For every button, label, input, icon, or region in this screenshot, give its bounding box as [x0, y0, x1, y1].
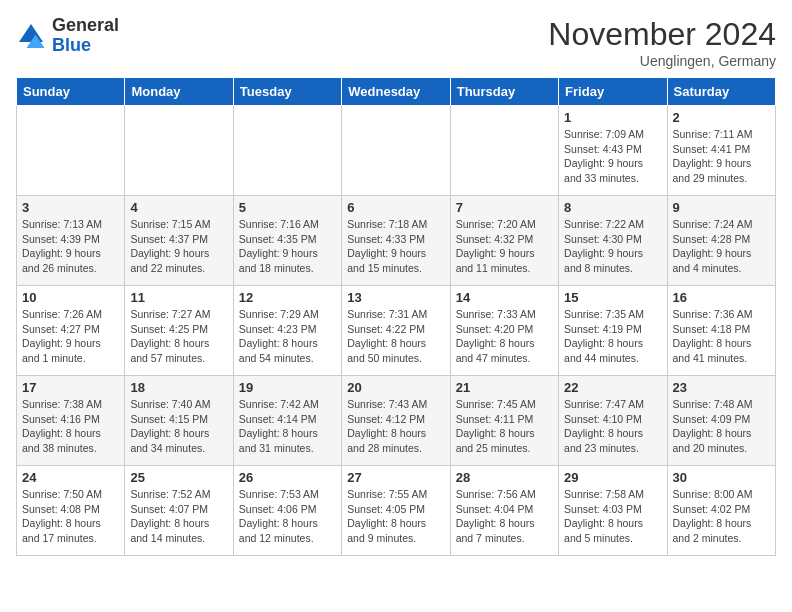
day-info: Sunrise: 8:00 AM Sunset: 4:02 PM Dayligh… [673, 487, 770, 546]
calendar-cell: 24Sunrise: 7:50 AM Sunset: 4:08 PM Dayli… [17, 466, 125, 556]
calendar-cell: 6Sunrise: 7:18 AM Sunset: 4:33 PM Daylig… [342, 196, 450, 286]
day-number: 26 [239, 470, 336, 485]
day-info: Sunrise: 7:55 AM Sunset: 4:05 PM Dayligh… [347, 487, 444, 546]
column-header-monday: Monday [125, 78, 233, 106]
calendar-cell: 1Sunrise: 7:09 AM Sunset: 4:43 PM Daylig… [559, 106, 667, 196]
calendar-cell [342, 106, 450, 196]
day-info: Sunrise: 7:38 AM Sunset: 4:16 PM Dayligh… [22, 397, 119, 456]
day-number: 10 [22, 290, 119, 305]
calendar-cell: 15Sunrise: 7:35 AM Sunset: 4:19 PM Dayli… [559, 286, 667, 376]
day-number: 12 [239, 290, 336, 305]
svg-marker-0 [19, 24, 43, 42]
week-row-5: 24Sunrise: 7:50 AM Sunset: 4:08 PM Dayli… [17, 466, 776, 556]
page-header: General Blue November 2024 Uenglingen, G… [16, 16, 776, 69]
calendar-cell: 12Sunrise: 7:29 AM Sunset: 4:23 PM Dayli… [233, 286, 341, 376]
day-number: 21 [456, 380, 553, 395]
day-info: Sunrise: 7:35 AM Sunset: 4:19 PM Dayligh… [564, 307, 661, 366]
day-number: 7 [456, 200, 553, 215]
calendar-cell: 13Sunrise: 7:31 AM Sunset: 4:22 PM Dayli… [342, 286, 450, 376]
column-header-saturday: Saturday [667, 78, 775, 106]
day-number: 19 [239, 380, 336, 395]
day-number: 20 [347, 380, 444, 395]
day-number: 3 [22, 200, 119, 215]
day-info: Sunrise: 7:53 AM Sunset: 4:06 PM Dayligh… [239, 487, 336, 546]
day-number: 5 [239, 200, 336, 215]
calendar-cell: 19Sunrise: 7:42 AM Sunset: 4:14 PM Dayli… [233, 376, 341, 466]
calendar-cell: 16Sunrise: 7:36 AM Sunset: 4:18 PM Dayli… [667, 286, 775, 376]
day-number: 27 [347, 470, 444, 485]
day-number: 1 [564, 110, 661, 125]
calendar-cell: 30Sunrise: 8:00 AM Sunset: 4:02 PM Dayli… [667, 466, 775, 556]
calendar-cell: 28Sunrise: 7:56 AM Sunset: 4:04 PM Dayli… [450, 466, 558, 556]
day-info: Sunrise: 7:47 AM Sunset: 4:10 PM Dayligh… [564, 397, 661, 456]
day-number: 16 [673, 290, 770, 305]
day-number: 13 [347, 290, 444, 305]
calendar-cell: 26Sunrise: 7:53 AM Sunset: 4:06 PM Dayli… [233, 466, 341, 556]
day-info: Sunrise: 7:24 AM Sunset: 4:28 PM Dayligh… [673, 217, 770, 276]
day-info: Sunrise: 7:15 AM Sunset: 4:37 PM Dayligh… [130, 217, 227, 276]
day-number: 25 [130, 470, 227, 485]
calendar-cell: 27Sunrise: 7:55 AM Sunset: 4:05 PM Dayli… [342, 466, 450, 556]
week-row-1: 1Sunrise: 7:09 AM Sunset: 4:43 PM Daylig… [17, 106, 776, 196]
calendar-cell [233, 106, 341, 196]
column-header-sunday: Sunday [17, 78, 125, 106]
day-info: Sunrise: 7:26 AM Sunset: 4:27 PM Dayligh… [22, 307, 119, 366]
day-info: Sunrise: 7:56 AM Sunset: 4:04 PM Dayligh… [456, 487, 553, 546]
week-row-3: 10Sunrise: 7:26 AM Sunset: 4:27 PM Dayli… [17, 286, 776, 376]
day-number: 30 [673, 470, 770, 485]
day-info: Sunrise: 7:45 AM Sunset: 4:11 PM Dayligh… [456, 397, 553, 456]
day-number: 4 [130, 200, 227, 215]
day-info: Sunrise: 7:36 AM Sunset: 4:18 PM Dayligh… [673, 307, 770, 366]
calendar-cell: 23Sunrise: 7:48 AM Sunset: 4:09 PM Dayli… [667, 376, 775, 466]
day-info: Sunrise: 7:48 AM Sunset: 4:09 PM Dayligh… [673, 397, 770, 456]
logo-icon [16, 21, 46, 51]
calendar-cell: 29Sunrise: 7:58 AM Sunset: 4:03 PM Dayli… [559, 466, 667, 556]
logo-blue: Blue [52, 36, 119, 56]
day-info: Sunrise: 7:09 AM Sunset: 4:43 PM Dayligh… [564, 127, 661, 186]
calendar-cell [450, 106, 558, 196]
location-subtitle: Uenglingen, Germany [548, 53, 776, 69]
day-number: 23 [673, 380, 770, 395]
calendar-cell: 18Sunrise: 7:40 AM Sunset: 4:15 PM Dayli… [125, 376, 233, 466]
day-number: 14 [456, 290, 553, 305]
day-info: Sunrise: 7:16 AM Sunset: 4:35 PM Dayligh… [239, 217, 336, 276]
day-info: Sunrise: 7:29 AM Sunset: 4:23 PM Dayligh… [239, 307, 336, 366]
calendar-cell [17, 106, 125, 196]
week-row-2: 3Sunrise: 7:13 AM Sunset: 4:39 PM Daylig… [17, 196, 776, 286]
calendar-cell: 9Sunrise: 7:24 AM Sunset: 4:28 PM Daylig… [667, 196, 775, 286]
calendar-cell: 11Sunrise: 7:27 AM Sunset: 4:25 PM Dayli… [125, 286, 233, 376]
day-number: 18 [130, 380, 227, 395]
calendar-cell: 4Sunrise: 7:15 AM Sunset: 4:37 PM Daylig… [125, 196, 233, 286]
month-title: November 2024 [548, 16, 776, 53]
calendar-cell: 5Sunrise: 7:16 AM Sunset: 4:35 PM Daylig… [233, 196, 341, 286]
logo: General Blue [16, 16, 119, 56]
calendar-cell [125, 106, 233, 196]
day-number: 17 [22, 380, 119, 395]
logo-text: General Blue [52, 16, 119, 56]
day-info: Sunrise: 7:20 AM Sunset: 4:32 PM Dayligh… [456, 217, 553, 276]
calendar-cell: 17Sunrise: 7:38 AM Sunset: 4:16 PM Dayli… [17, 376, 125, 466]
day-number: 22 [564, 380, 661, 395]
calendar-table: SundayMondayTuesdayWednesdayThursdayFrid… [16, 77, 776, 556]
calendar-cell: 20Sunrise: 7:43 AM Sunset: 4:12 PM Dayli… [342, 376, 450, 466]
calendar-cell: 14Sunrise: 7:33 AM Sunset: 4:20 PM Dayli… [450, 286, 558, 376]
day-number: 24 [22, 470, 119, 485]
calendar-cell: 21Sunrise: 7:45 AM Sunset: 4:11 PM Dayli… [450, 376, 558, 466]
day-number: 11 [130, 290, 227, 305]
column-header-tuesday: Tuesday [233, 78, 341, 106]
day-info: Sunrise: 7:27 AM Sunset: 4:25 PM Dayligh… [130, 307, 227, 366]
day-info: Sunrise: 7:13 AM Sunset: 4:39 PM Dayligh… [22, 217, 119, 276]
day-info: Sunrise: 7:22 AM Sunset: 4:30 PM Dayligh… [564, 217, 661, 276]
day-number: 6 [347, 200, 444, 215]
day-info: Sunrise: 7:42 AM Sunset: 4:14 PM Dayligh… [239, 397, 336, 456]
column-header-thursday: Thursday [450, 78, 558, 106]
title-block: November 2024 Uenglingen, Germany [548, 16, 776, 69]
day-number: 8 [564, 200, 661, 215]
day-info: Sunrise: 7:58 AM Sunset: 4:03 PM Dayligh… [564, 487, 661, 546]
day-info: Sunrise: 7:33 AM Sunset: 4:20 PM Dayligh… [456, 307, 553, 366]
calendar-cell: 3Sunrise: 7:13 AM Sunset: 4:39 PM Daylig… [17, 196, 125, 286]
day-number: 29 [564, 470, 661, 485]
calendar-cell: 22Sunrise: 7:47 AM Sunset: 4:10 PM Dayli… [559, 376, 667, 466]
calendar-cell: 2Sunrise: 7:11 AM Sunset: 4:41 PM Daylig… [667, 106, 775, 196]
day-info: Sunrise: 7:50 AM Sunset: 4:08 PM Dayligh… [22, 487, 119, 546]
